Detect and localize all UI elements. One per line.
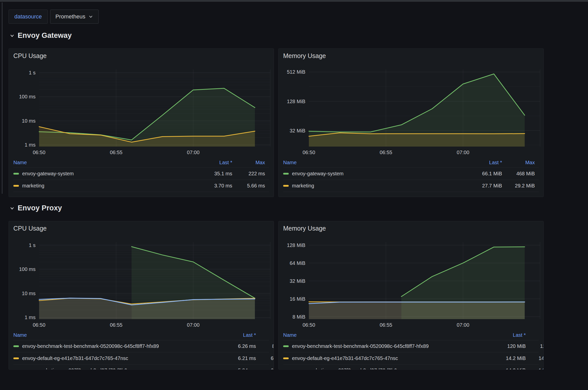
legend-header-max[interactable]: Max	[502, 160, 535, 165]
svg-text:06:55: 06:55	[380, 322, 392, 328]
svg-text:8 MiB: 8 MiB	[292, 314, 305, 320]
svg-text:06:55: 06:55	[380, 150, 392, 155]
legend-max-value: 6.32 ms	[256, 368, 274, 370]
legend-series-name[interactable]: envoy-default-eg-e41e7b31-647dc7c765-47n…	[283, 355, 485, 361]
series-color-swatch[interactable]	[13, 173, 19, 175]
series-color-swatch[interactable]	[13, 185, 19, 187]
legend-header-max[interactable]: Max	[256, 332, 274, 338]
section-title: Envoy Proxy	[18, 204, 62, 212]
panel-title[interactable]: CPU Usage	[13, 52, 47, 60]
svg-text:100 ms: 100 ms	[19, 266, 36, 272]
svg-text:32 MiB: 32 MiB	[290, 128, 305, 133]
legend-series-name[interactable]: envoy-benchmark-test-benchmark-0520098c-…	[13, 343, 216, 349]
dashboard-variables-toolbar: datasource Prometheus	[9, 10, 99, 24]
time-series-chart[interactable]: 8 MiB16 MiB32 MiB64 MiB128 MiB06:5006:55…	[279, 235, 544, 329]
series-color-swatch[interactable]	[283, 357, 289, 359]
section-title: Envoy Gateway	[18, 31, 72, 40]
series-color-swatch[interactable]	[283, 185, 289, 187]
legend-last-value: 120 MiB	[485, 343, 526, 349]
chart-legend: Name Last * Max envoy-gateway-system 35.…	[13, 158, 269, 192]
legend-header-name[interactable]: Name	[13, 160, 192, 165]
svg-text:06:50: 06:50	[303, 322, 315, 328]
legend-header-last[interactable]: Last *	[192, 160, 232, 165]
section-header-envoy-gateway[interactable]: Envoy Gateway	[9, 31, 72, 40]
svg-text:07:00: 07:00	[187, 150, 199, 155]
svg-text:512 MiB: 512 MiB	[287, 69, 305, 75]
legend-last-value: 3.70 ms	[192, 183, 232, 189]
legend-last-value: 6.21 ms	[216, 355, 256, 361]
left-scroll-rail[interactable]	[2, 3, 3, 194]
legend-header-row: Name Last * Max	[283, 158, 539, 168]
chevron-down-icon	[9, 33, 15, 39]
datasource-dropdown[interactable]: Prometheus	[50, 10, 99, 24]
chevron-down-icon	[9, 205, 15, 211]
time-series-chart[interactable]: 32 MiB128 MiB512 MiB06:5006:5507:00	[279, 63, 544, 157]
svg-text:100 ms: 100 ms	[19, 94, 36, 99]
svg-text:1 ms: 1 ms	[25, 315, 36, 320]
legend-max-value: 120 MiB	[526, 343, 544, 349]
legend-series-name[interactable]: marketing	[13, 183, 192, 189]
svg-text:1 s: 1 s	[29, 70, 36, 75]
panel-title[interactable]: Memory Usage	[283, 225, 326, 232]
legend-series-name[interactable]: marketing	[283, 183, 462, 189]
time-series-chart[interactable]: 1 ms10 ms100 ms1 s06:5006:5507:00	[9, 235, 274, 329]
legend-max-value: 14.2 MiB	[526, 368, 544, 370]
legend-row: envoy-marketing-eg-297f0cac-b8cd97d76-f2…	[13, 365, 269, 370]
legend-series-name[interactable]: envoy-gateway-system	[13, 171, 192, 177]
svg-text:64 MiB: 64 MiB	[290, 260, 305, 266]
datasource-variable-label[interactable]: datasource	[9, 10, 48, 24]
legend-header-last[interactable]: Last *	[216, 332, 256, 338]
legend-max-value: 14.2 MiB	[526, 355, 544, 361]
legend-series-name[interactable]: envoy-default-eg-e41e7b31-647dc7c765-47n…	[13, 355, 216, 361]
legend-header-max[interactable]: Max	[232, 160, 265, 165]
legend-row: envoy-marketing-eg-297f0cac-b8cd97d76-f2…	[283, 365, 539, 370]
svg-text:06:50: 06:50	[33, 150, 45, 155]
legend-header-last[interactable]: Last *	[462, 160, 502, 165]
svg-text:06:55: 06:55	[110, 322, 123, 328]
svg-text:10 ms: 10 ms	[22, 118, 36, 124]
legend-series-name[interactable]: envoy-marketing-eg-297f0cac-b8cd97d76-f2…	[283, 368, 485, 370]
legend-series-name[interactable]: envoy-marketing-eg-297f0cac-b8cd97d76-f2…	[13, 368, 216, 370]
top-edge-strip	[0, 0, 588, 2]
legend-header-name[interactable]: Name	[283, 160, 462, 165]
legend-header-max[interactable]: Max	[526, 332, 544, 338]
legend-max-value: 29.2 MiB	[502, 183, 535, 189]
panel-gateway-memory: Memory Usage 32 MiB128 MiB512 MiB06:5006…	[278, 48, 544, 197]
legend-last-value: 14.2 MiB	[485, 368, 526, 370]
chevron-down-icon	[88, 14, 93, 19]
legend-row: envoy-default-eg-e41e7b31-647dc7c765-47n…	[13, 352, 269, 365]
legend-max-value: 5.66 ms	[232, 183, 265, 189]
legend-row: envoy-benchmark-test-benchmark-0520098c-…	[283, 340, 539, 352]
legend-max-value: 468 MiB	[502, 171, 535, 177]
series-color-swatch[interactable]	[283, 173, 289, 175]
legend-series-name[interactable]: envoy-gateway-system	[283, 171, 462, 177]
legend-last-value: 6.26 ms	[216, 343, 256, 349]
legend-header-last[interactable]: Last *	[485, 332, 526, 338]
series-color-swatch[interactable]	[283, 345, 289, 347]
svg-text:16 MiB: 16 MiB	[290, 296, 305, 302]
datasource-value-text: Prometheus	[55, 13, 85, 20]
legend-series-name[interactable]: envoy-benchmark-test-benchmark-0520098c-…	[283, 343, 485, 349]
legend-last-value: 66.1 MiB	[462, 171, 502, 177]
panel-title[interactable]: CPU Usage	[13, 225, 47, 232]
legend-last-value: 5.84 ms	[216, 368, 256, 370]
svg-text:1 s: 1 s	[29, 242, 36, 248]
series-color-swatch[interactable]	[13, 357, 19, 359]
legend-row: envoy-gateway-system 35.1 ms 222 ms	[13, 168, 269, 180]
series-color-swatch[interactable]	[13, 345, 19, 347]
svg-text:128 MiB: 128 MiB	[287, 99, 305, 104]
svg-text:07:00: 07:00	[457, 322, 469, 328]
svg-text:1 ms: 1 ms	[25, 142, 36, 148]
svg-text:10 ms: 10 ms	[22, 291, 36, 296]
legend-header-row: Name Last * Max	[13, 158, 269, 168]
legend-row: envoy-default-eg-e41e7b31-647dc7c765-47n…	[283, 352, 539, 365]
svg-text:07:00: 07:00	[457, 150, 469, 155]
svg-text:06:55: 06:55	[110, 150, 123, 155]
section-header-envoy-proxy[interactable]: Envoy Proxy	[9, 204, 62, 212]
time-series-chart[interactable]: 1 ms10 ms100 ms1 s06:5006:5507:00	[9, 63, 274, 157]
legend-header-name[interactable]: Name	[283, 332, 485, 338]
legend-max-value: 6.27 ms	[256, 355, 274, 361]
legend-header-name[interactable]: Name	[13, 332, 216, 338]
panel-title[interactable]: Memory Usage	[283, 52, 326, 60]
panel-proxy-cpu: CPU Usage 1 ms10 ms100 ms1 s06:5006:5507…	[9, 221, 274, 370]
